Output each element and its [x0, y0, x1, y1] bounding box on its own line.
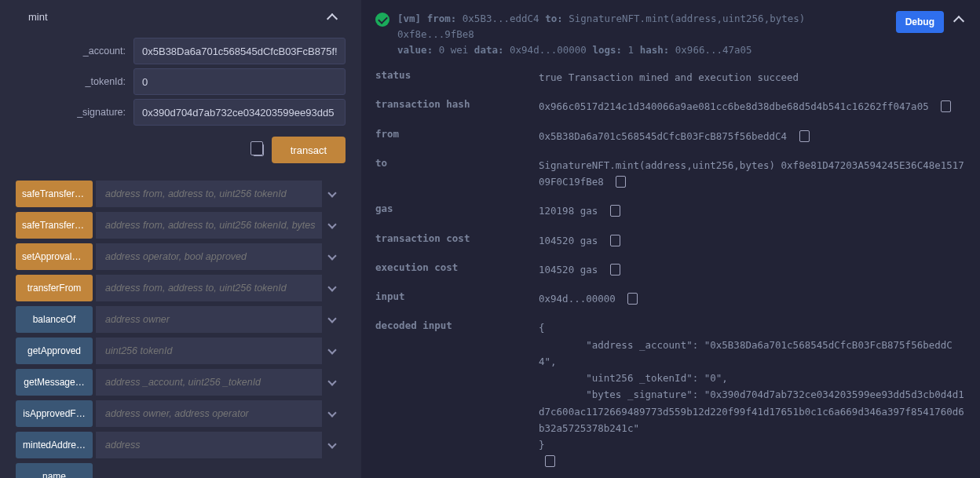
param-label: _tokenId:	[16, 76, 133, 87]
summary-to: SignatureNFT.mint(address,uint256,bytes)…	[397, 13, 805, 40]
expand-function[interactable]	[324, 181, 346, 207]
summary-logs-kw: logs:	[592, 44, 622, 56]
function-args-input[interactable]	[105, 377, 316, 388]
detail-key: transaction hash	[375, 98, 539, 110]
function-args	[96, 243, 322, 270]
function-args-input[interactable]	[105, 188, 316, 199]
detail-row: from0x5B38Da6a701c568545dCfcB03FcB875f56…	[375, 128, 966, 144]
function-row: balanceOf	[16, 306, 346, 333]
summary-from: 0x5B3...eddC4	[463, 13, 539, 24]
expand-function[interactable]	[324, 338, 346, 364]
function-args-input[interactable]	[105, 314, 316, 325]
detail-key: decoded input	[375, 319, 539, 331]
function-button[interactable]: name	[16, 463, 93, 478]
detail-row: transaction cost104520 gas	[375, 232, 966, 249]
copy-icon[interactable]	[617, 177, 626, 188]
detail-key: gas	[375, 203, 539, 214]
expand-function[interactable]	[324, 212, 346, 239]
terminal-panel: [vm] from: 0x5B3...eddC4 to: SignatureNF…	[361, 0, 980, 478]
function-button[interactable]: balanceOf	[16, 306, 93, 333]
function-button[interactable]: getApproved	[16, 338, 93, 364]
function-row: safeTransferF…	[16, 181, 346, 207]
summary-data-kw: data:	[474, 44, 504, 56]
copy-icon[interactable]	[629, 294, 638, 305]
function-button[interactable]: safeTransferF…	[16, 181, 93, 207]
function-args-input[interactable]	[105, 408, 316, 419]
expand-function[interactable]	[324, 369, 346, 396]
chevron-up-icon[interactable]	[953, 16, 964, 27]
detail-key: execution cost	[375, 261, 539, 273]
function-args-input[interactable]	[105, 220, 316, 231]
copy-icon[interactable]	[612, 265, 620, 275]
detail-value: true Transaction mined and execution suc…	[539, 69, 966, 86]
function-args	[96, 212, 322, 239]
copy-icon[interactable]	[253, 144, 264, 156]
function-args-input[interactable]	[105, 283, 316, 294]
function-row: name	[16, 463, 346, 478]
function-args	[96, 432, 322, 458]
chevron-up-icon[interactable]	[327, 13, 338, 24]
chevron-down-icon	[327, 283, 336, 291]
function-button[interactable]: mintedAddre…	[16, 432, 93, 458]
param-label: _account:	[16, 46, 133, 57]
param-row: _tokenId:	[16, 68, 346, 95]
summary-data: 0x94d...00000	[510, 44, 587, 56]
copy-icon[interactable]	[612, 206, 620, 217]
param-label: _signature:	[16, 107, 133, 118]
function-args	[96, 306, 322, 333]
param-input[interactable]	[133, 99, 346, 126]
chevron-down-icon	[327, 345, 336, 354]
function-button[interactable]: transferFrom	[16, 275, 93, 301]
detail-row: statustrue Transaction mined and executi…	[375, 69, 966, 86]
summary-to-kw: to:	[545, 13, 563, 24]
param-row: _account:	[16, 38, 346, 64]
expand-function[interactable]	[324, 306, 346, 333]
summary-value: 0 wei	[439, 44, 469, 56]
function-row: getMessage…	[16, 369, 346, 396]
detail-value: 104520 gas	[539, 261, 966, 278]
expand-function[interactable]	[324, 243, 346, 270]
function-args-input[interactable]	[105, 345, 316, 356]
copy-icon[interactable]	[801, 132, 810, 142]
detail-row: transaction hash0x966c0517d214c1d340066a…	[375, 98, 966, 115]
detail-key: to	[375, 157, 539, 169]
copy-icon[interactable]	[942, 102, 951, 112]
function-button[interactable]: getMessage…	[16, 369, 93, 396]
function-args-input[interactable]	[105, 251, 316, 262]
detail-value: 0x94d...00000	[539, 290, 966, 307]
chevron-down-icon	[327, 188, 336, 197]
detail-key: input	[375, 290, 539, 302]
function-button[interactable]: setApprovalF…	[16, 243, 93, 270]
summary-from-kw: from:	[427, 13, 457, 24]
detail-value: { "address _account": "0x5B38Da6a701c568…	[539, 319, 966, 469]
param-input[interactable]	[133, 68, 346, 95]
detail-key: transaction cost	[375, 232, 539, 244]
debug-button[interactable]: Debug	[896, 11, 944, 33]
expanded-function-name: mint	[28, 11, 48, 23]
success-icon	[375, 13, 389, 27]
copy-icon[interactable]	[612, 236, 620, 246]
function-row: safeTransferF…	[16, 212, 346, 239]
function-args	[96, 338, 322, 364]
function-row: isApprovedF…	[16, 400, 346, 427]
chevron-down-icon	[327, 377, 336, 385]
function-args	[96, 275, 322, 301]
chevron-down-icon	[327, 408, 336, 417]
param-input[interactable]	[133, 38, 346, 64]
copy-icon[interactable]	[547, 457, 555, 467]
expand-function[interactable]	[324, 432, 346, 458]
function-args-input[interactable]	[105, 440, 316, 451]
transact-button[interactable]: transact	[272, 137, 346, 163]
summary-value-kw: value:	[397, 44, 433, 56]
function-button[interactable]: isApprovedF…	[16, 400, 93, 427]
chevron-down-icon	[327, 251, 336, 260]
expanded-function-header[interactable]: mint	[16, 0, 346, 34]
function-button[interactable]: safeTransferF…	[16, 212, 93, 239]
transact-actions: transact	[16, 137, 346, 163]
expand-function[interactable]	[324, 275, 346, 301]
terminal-header: [vm] from: 0x5B3...eddC4 to: SignatureNF…	[375, 11, 966, 58]
detail-value: 120198 gas	[539, 203, 966, 219]
function-args	[96, 181, 322, 207]
expand-function[interactable]	[324, 400, 346, 427]
function-row: transferFrom	[16, 275, 346, 301]
